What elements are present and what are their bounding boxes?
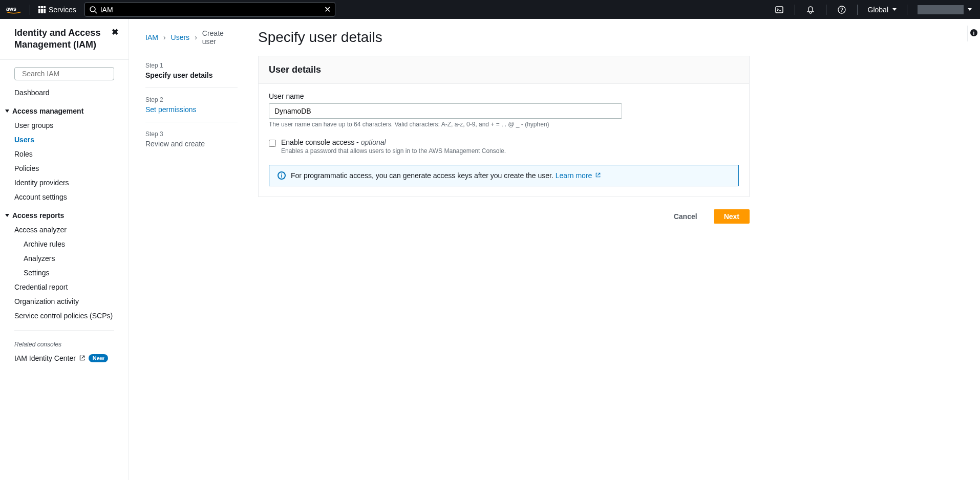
svg-line-2	[95, 11, 97, 13]
sidebar-divider	[14, 330, 114, 331]
external-link-icon	[79, 355, 86, 361]
aws-logo[interactable]: aws	[6, 5, 22, 14]
svg-point-1	[90, 7, 95, 12]
region-label: Global	[868, 6, 888, 14]
sidebar-item-roles[interactable]: Roles	[0, 147, 129, 161]
username-input[interactable]	[269, 103, 622, 119]
console-access-label: Enable console access - optional	[281, 138, 506, 146]
sidebar-item-access-analyzer[interactable]: Access analyzer	[0, 223, 129, 237]
chevron-right-icon: ›	[195, 33, 197, 41]
chevron-right-icon: ›	[163, 33, 166, 41]
breadcrumb-iam[interactable]: IAM	[145, 33, 158, 41]
sidebar-search[interactable]	[14, 67, 114, 80]
account-menu[interactable]	[918, 5, 964, 14]
breadcrumb-create-user: Create user	[202, 29, 238, 46]
learn-more-link[interactable]: Learn more	[556, 171, 601, 180]
breadcrumb: IAM › Users › Create user	[145, 29, 238, 46]
services-label: Services	[49, 6, 76, 14]
sidebar-item-credential-report[interactable]: Credential report	[0, 280, 129, 294]
new-badge: New	[89, 354, 109, 362]
related-item-identity-center[interactable]: IAM Identity Center New	[0, 351, 129, 365]
sidebar-title: Identity and Access Management (IAM)	[14, 27, 112, 51]
sidebar-item-dashboard[interactable]: Dashboard	[0, 85, 129, 100]
triangle-down-icon	[5, 110, 9, 113]
region-selector[interactable]: Global	[864, 4, 901, 16]
top-nav: aws Services ✕ ? Global	[0, 0, 980, 19]
info-text: For programmatic access, you can generat…	[291, 171, 601, 180]
sidebar-item-user-groups[interactable]: User groups	[0, 118, 129, 133]
notifications-icon[interactable]	[801, 3, 820, 17]
sidebar-item-account-settings[interactable]: Account settings	[0, 190, 129, 204]
main-content: IAM › Users › Create user Step 1 Specify…	[129, 19, 980, 480]
console-access-description: Enables a password that allows users to …	[281, 147, 506, 155]
page-title: Specify user details	[258, 29, 750, 46]
svg-rect-3	[776, 7, 783, 13]
caret-down-icon	[892, 8, 897, 11]
grid-icon	[38, 6, 46, 13]
caret-down-icon	[968, 8, 972, 11]
related-consoles-label: Related consoles	[0, 338, 129, 351]
svg-text:i: i	[973, 30, 975, 36]
nav-divider	[795, 5, 795, 15]
wizard-step-1: Step 1 Specify user details	[145, 62, 238, 88]
triangle-down-icon	[5, 214, 9, 217]
breadcrumb-users[interactable]: Users	[171, 33, 190, 41]
username-label: User name	[269, 92, 739, 100]
external-link-icon	[595, 172, 601, 178]
step-number: Step 3	[145, 130, 238, 138]
wizard-step-3: Step 3 Review and create	[145, 130, 238, 156]
svg-text:aws: aws	[6, 5, 16, 11]
search-icon	[89, 6, 97, 14]
sidebar-item-scps[interactable]: Service control policies (SCPs)	[0, 309, 129, 323]
search-clear-icon[interactable]: ✕	[324, 5, 331, 14]
step-number: Step 2	[145, 96, 238, 103]
next-button[interactable]: Next	[714, 209, 750, 224]
sidebar-section-access-reports[interactable]: Access reports	[0, 204, 129, 223]
info-box: i For programmatic access, you can gener…	[269, 165, 739, 186]
sidebar-item-organization-activity[interactable]: Organization activity	[0, 294, 129, 309]
sidebar-item-archive-rules[interactable]: Archive rules	[0, 237, 129, 251]
step-title: Specify user details	[145, 71, 238, 79]
step-title: Review and create	[145, 140, 238, 148]
sidebar-item-analyzers[interactable]: Analyzers	[0, 251, 129, 266]
sidebar-item-users[interactable]: Users	[0, 133, 129, 147]
console-access-checkbox[interactable]	[269, 140, 276, 147]
help-panel-toggle[interactable]: i	[967, 26, 980, 41]
nav-divider	[857, 5, 858, 15]
user-details-panel: User details User name The user name can…	[258, 56, 750, 197]
info-icon: i	[970, 29, 978, 37]
step-number: Step 1	[145, 62, 238, 69]
nav-divider	[30, 5, 30, 15]
panel-title: User details	[269, 64, 739, 75]
sidebar-section-access-management[interactable]: Access management	[0, 100, 129, 118]
sidebar-item-settings[interactable]: Settings	[0, 266, 129, 280]
services-button[interactable]: Services	[34, 4, 80, 16]
username-hint: The user name can have up to 64 characte…	[269, 121, 739, 128]
sidebar-item-policies[interactable]: Policies	[0, 161, 129, 176]
close-sidebar-icon[interactable]: ✖	[112, 27, 118, 37]
global-search-input[interactable]	[100, 6, 324, 14]
svg-text:?: ?	[840, 7, 843, 13]
sidebar-search-input[interactable]	[22, 70, 112, 78]
cloudshell-icon[interactable]	[770, 3, 789, 17]
sidebar: Identity and Access Management (IAM) ✖ D…	[0, 19, 129, 480]
sidebar-item-identity-providers[interactable]: Identity providers	[0, 176, 129, 190]
wizard-step-2[interactable]: Step 2 Set permissions	[145, 96, 238, 122]
info-icon: i	[278, 171, 286, 180]
step-title: Set permissions	[145, 105, 238, 114]
help-icon[interactable]: ?	[833, 3, 851, 17]
global-search[interactable]: ✕	[84, 2, 335, 17]
cancel-button[interactable]: Cancel	[664, 209, 708, 224]
panel-header: User details	[259, 56, 749, 84]
nav-divider	[826, 5, 826, 15]
nav-divider	[907, 5, 907, 15]
